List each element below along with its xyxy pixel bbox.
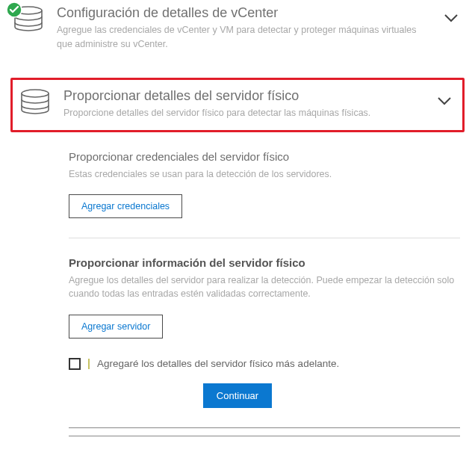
defer-row: Agregaré los detalles del servidor físic… [69, 358, 460, 370]
bottom-dividers [69, 427, 460, 436]
vcenter-icon-wrap [10, 4, 46, 31]
bottom-line-2 [69, 436, 460, 436]
chevron-down-icon [442, 9, 460, 27]
database-icon [19, 89, 51, 114]
section-physical-highlight: Proporcionar detalles del servidor físic… [10, 78, 465, 133]
physical-title: Proporcionar detalles del servidor físic… [63, 87, 420, 105]
vcenter-title: Configuración de detalles de vCenter [57, 4, 427, 22]
add-server-button[interactable]: Agregar servidor [69, 315, 163, 339]
physical-desc: Proporcione detalles del servidor físico… [63, 106, 420, 120]
physical-icon-wrap [17, 87, 53, 114]
physical-expand-toggle[interactable] [431, 87, 458, 112]
continue-row: Continuar [0, 383, 475, 408]
serverinfo-desc: Agregue los detalles del servidor para r… [69, 273, 460, 300]
continue-button[interactable]: Continuar [203, 383, 272, 408]
serverinfo-block: Proporcionar información del servidor fí… [69, 256, 460, 338]
credentials-title: Proporcionar credenciales del servidor f… [69, 150, 460, 163]
defer-label: Agregaré los detalles del servidor físic… [97, 358, 339, 369]
credentials-desc: Estas credenciales se usan para la detec… [69, 167, 460, 181]
success-check-icon [6, 1, 22, 18]
credentials-block: Proporcionar credenciales del servidor f… [69, 150, 460, 218]
bottom-line-1 [69, 427, 460, 428]
divider [69, 238, 460, 238]
svg-point-2 [22, 90, 49, 97]
chevron-down-icon [435, 92, 453, 110]
serverinfo-title: Proporcionar información del servidor fí… [69, 256, 460, 269]
section-vcenter: Configuración de detalles de vCenter Agr… [0, 0, 475, 58]
vcenter-desc: Agregue las credenciales de vCenter y VM… [57, 23, 427, 50]
separator-bar [88, 359, 90, 369]
defer-checkbox[interactable] [69, 358, 81, 370]
add-credentials-button[interactable]: Agregar credenciales [69, 194, 182, 218]
vcenter-expand-toggle[interactable] [438, 4, 465, 29]
